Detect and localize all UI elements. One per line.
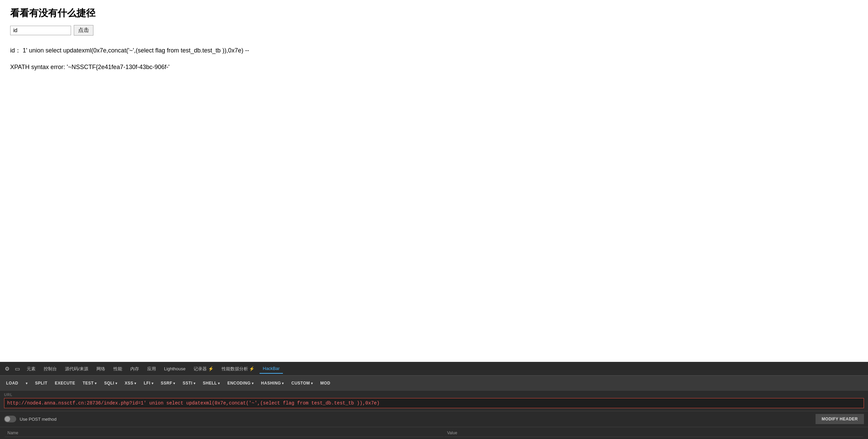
result-line-2: XPATH syntax error: '~NSSCTF{2e41fea7-13… bbox=[10, 62, 858, 72]
id-input[interactable] bbox=[10, 26, 71, 35]
result-section: id： 1' union select updatexml(0x7e,conca… bbox=[10, 46, 858, 72]
main-content: 看看有没有什么捷径 点击 id： 1' union select updatex… bbox=[0, 0, 868, 190]
submit-button[interactable]: 点击 bbox=[74, 25, 93, 36]
result-line-1: id： 1' union select updatexml(0x7e,conca… bbox=[10, 46, 858, 56]
page-title: 看看有没有什么捷径 bbox=[10, 7, 858, 20]
form-row: 点击 bbox=[10, 25, 858, 36]
